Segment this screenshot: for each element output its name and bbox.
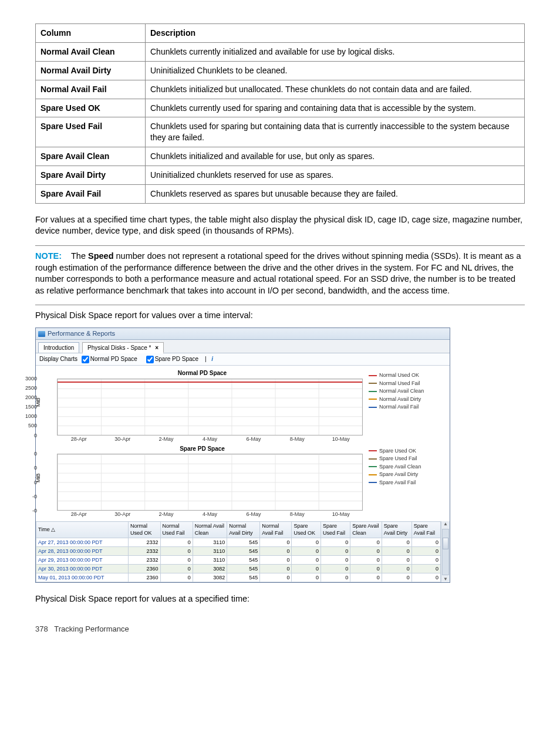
table-row[interactable]: May 01, 2013 00:00:00 PDT236003082545000…	[36, 573, 441, 582]
paragraph-values-note: For values at a specified time chart typ…	[35, 214, 525, 237]
data-col-header[interactable]: Time △	[36, 522, 129, 538]
window-titlebar: Performance & Reports	[36, 328, 450, 340]
y-tick: 500	[28, 422, 37, 429]
legend-swatch-icon	[369, 399, 377, 400]
data-col-header[interactable]: Spare Avail Fail	[411, 522, 440, 538]
value-cell: 0	[160, 546, 193, 555]
column-name: Spare Avail Fail	[36, 185, 146, 204]
data-col-header[interactable]: Normal Used OK	[129, 522, 161, 538]
x-tick: 6-May	[232, 436, 275, 443]
value-cell: 0	[411, 573, 440, 582]
defs-header-col: Column	[36, 24, 146, 43]
value-cell: 0	[292, 573, 321, 582]
chart-legend: Normal Used OKNormal Used FailNormal Ava…	[365, 369, 446, 411]
y-tick: -0	[32, 493, 37, 500]
scroll-up-icon[interactable]: ▲	[443, 521, 448, 528]
x-tick: 30-Apr	[100, 436, 144, 443]
x-tick: 4-May	[188, 436, 231, 443]
column-desc: Chunklets used for sparing but containin…	[146, 117, 525, 147]
checkbox-spare-pd[interactable]: Spare PD Space	[144, 356, 199, 362]
x-tick: 10-May	[319, 436, 363, 443]
legend-swatch-icon	[369, 407, 377, 408]
legend-swatch-icon	[369, 383, 377, 384]
data-table[interactable]: Time △Normal Used OKNormal Used FailNorm…	[36, 521, 441, 582]
column-name: Spare Used Fail	[36, 117, 146, 147]
scroll-thumb[interactable]	[442, 529, 449, 575]
time-cell: Apr 27, 2013 00:00:00 PDT	[36, 538, 129, 546]
y-tick: 0	[34, 450, 37, 457]
scrollbar[interactable]: ▲ ▼	[441, 521, 450, 582]
value-cell: 0	[321, 546, 350, 555]
value-cell: 0	[292, 546, 321, 555]
x-tick: 2-May	[144, 511, 188, 518]
chart-title: Spare PD Space	[39, 445, 365, 453]
value-cell: 0	[160, 573, 193, 582]
data-col-header[interactable]: Spare Avail Dirty	[382, 522, 411, 538]
value-cell: 0	[160, 555, 193, 564]
value-cell: 0	[160, 538, 193, 546]
time-cell: Apr 30, 2013 00:00:00 PDT	[36, 565, 129, 573]
y-tick: 0	[34, 464, 37, 471]
legend-item: Spare Avail Fail	[369, 479, 445, 487]
data-col-header[interactable]: Spare Used Fail	[321, 522, 350, 538]
note-label: NOTE:	[35, 251, 62, 261]
legend-swatch-icon	[369, 458, 377, 460]
data-col-header[interactable]: Normal Avail Clean	[193, 522, 227, 538]
chart-plot-area[interactable]	[57, 454, 363, 511]
column-desc: Uninitialized Chunklets to be cleaned.	[146, 61, 525, 80]
chart-title: Normal PD Space	[39, 369, 365, 377]
time-cell: May 01, 2013 00:00:00 PDT	[36, 573, 129, 582]
legend-swatch-icon	[369, 466, 377, 467]
value-cell: 2332	[129, 546, 161, 555]
tab-physical-disks-space[interactable]: Physical Disks - Space * ×	[82, 342, 164, 354]
value-cell: 2332	[129, 555, 161, 564]
value-cell: 0	[260, 573, 292, 582]
checkbox-normal-pd-input[interactable]	[82, 356, 89, 363]
y-tick: 0	[34, 479, 37, 486]
column-name: Normal Avail Dirty	[36, 61, 146, 80]
page-footer: 378 Tracking Performance	[35, 624, 525, 634]
value-cell: 0	[411, 546, 440, 555]
window-title: Performance & Reports	[48, 330, 115, 337]
checkbox-spare-pd-input[interactable]	[146, 356, 154, 363]
column-definitions-table: Column Description Normal Avail CleanChu…	[35, 23, 525, 204]
y-tick: 2500	[25, 384, 37, 391]
value-cell: 3082	[193, 573, 227, 582]
value-cell: 545	[227, 546, 260, 555]
table-row[interactable]: Apr 28, 2013 00:00:00 PDT233203110545000…	[36, 546, 441, 555]
tab-introduction[interactable]: Introduction	[38, 342, 79, 353]
column-name: Spare Avail Clean	[36, 147, 146, 166]
table-row[interactable]: Apr 27, 2013 00:00:00 PDT233203110545000…	[36, 538, 441, 546]
table-row[interactable]: Apr 29, 2013 00:00:00 PDT233203110545000…	[36, 555, 441, 564]
data-col-header[interactable]: Normal Avail Fail	[260, 522, 292, 538]
legend-item: Normal Avail Fail	[369, 403, 445, 411]
value-cell: 0	[350, 538, 382, 546]
value-cell: 0	[321, 555, 350, 564]
data-col-header[interactable]: Normal Avail Dirty	[227, 522, 260, 538]
chart-plot-area[interactable]	[57, 379, 363, 436]
data-col-header[interactable]: Spare Avail Clean	[350, 522, 382, 538]
value-cell: 0	[260, 538, 292, 546]
data-col-header[interactable]: Spare Used OK	[292, 522, 321, 538]
scroll-down-icon[interactable]: ▼	[443, 576, 448, 583]
toolbar-label: Display Charts	[39, 356, 77, 362]
value-cell: 0	[292, 538, 321, 546]
info-icon[interactable]: i	[211, 356, 213, 362]
divider-pipe: |	[205, 356, 207, 362]
caption-specified: Physical Disk Space report for values at…	[35, 593, 525, 605]
column-desc: Chunklets currently used for sparing and…	[146, 99, 525, 117]
y-tick: -0	[32, 507, 37, 514]
y-tick: 2000	[25, 394, 37, 401]
divider	[35, 245, 525, 246]
time-cell: Apr 28, 2013 00:00:00 PDT	[36, 546, 129, 555]
x-tick: 6-May	[232, 511, 275, 518]
checkbox-normal-pd[interactable]: Normal PD Space	[79, 356, 137, 362]
chart-toolbar: Display Charts Normal PD Space Spare PD …	[36, 353, 450, 366]
column-name: Normal Avail Fail	[36, 80, 146, 99]
close-icon[interactable]: ×	[155, 345, 158, 351]
legend-swatch-icon	[369, 375, 377, 376]
value-cell: 2360	[129, 565, 161, 573]
data-col-header[interactable]: Normal Used Fail	[160, 522, 193, 538]
table-row[interactable]: Apr 30, 2013 00:00:00 PDT236003082545000…	[36, 565, 441, 573]
legend-item: Normal Used OK	[369, 372, 445, 380]
